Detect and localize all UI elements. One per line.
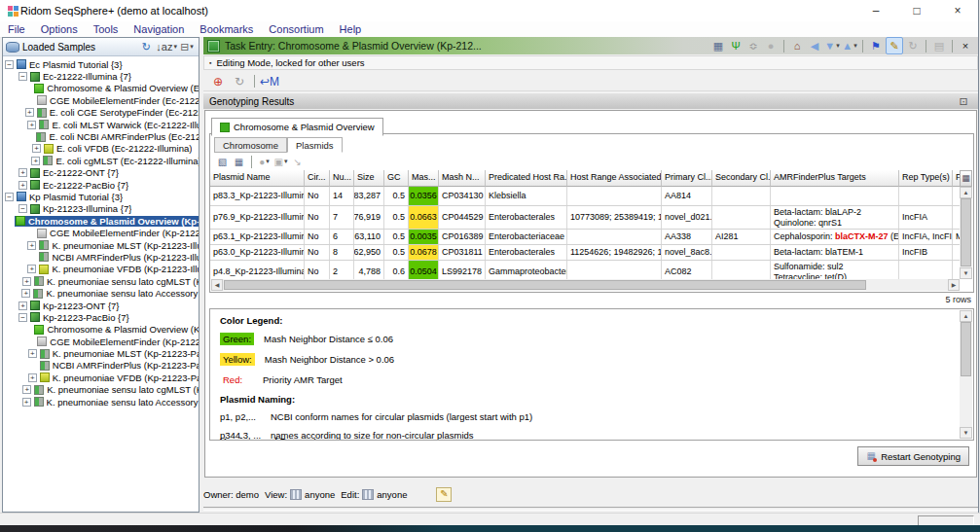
tree-item[interactable]: Chromosome & Plasmid Overview (Ec-21222-… xyxy=(3,83,199,94)
tree-expander[interactable]: + xyxy=(27,121,36,129)
tree-item[interactable]: +E. coli VFDB (Ec-21222-Illumina) xyxy=(3,143,199,155)
column-header[interactable]: Rep Type(s) xyxy=(899,170,953,187)
table-horizontal-scrollbar[interactable]: ◀ ▶ xyxy=(211,279,960,291)
scroll-thumb[interactable] xyxy=(961,198,971,266)
tree-item[interactable]: +E. coli cgMLST (Ec-21222-Illumina) xyxy=(3,155,199,166)
scroll-down-button[interactable]: ▼ xyxy=(960,267,972,279)
column-header[interactable]: Mash N... xyxy=(439,170,486,187)
tree-expander[interactable]: + xyxy=(28,349,37,358)
menu-options[interactable]: Options xyxy=(33,23,86,35)
tree-item[interactable]: NCBI AMRFinderPlus (Kp-21223-PacBio) xyxy=(3,360,199,372)
tree-item[interactable]: +Kp-21223-ONT {7} xyxy=(3,300,199,311)
column-header[interactable]: GC xyxy=(384,170,409,187)
restart-genotyping-button[interactable]: ▦ Restart Genotyping xyxy=(857,446,969,466)
menu-consortium[interactable]: Consortium xyxy=(261,23,331,35)
close-task-icon[interactable]: × xyxy=(958,38,973,53)
menu-bookmarks[interactable]: Bookmarks xyxy=(192,23,261,35)
tree-item[interactable]: +K. pneumoniae sensu lato Accessory (Kp-… xyxy=(3,287,199,299)
tree-item[interactable]: CGE MobileElementFinder (Ec-21222-Illumi… xyxy=(3,94,199,106)
scroll-up-button[interactable]: ▲ xyxy=(960,310,972,322)
tree-expander[interactable]: + xyxy=(25,108,34,117)
column-header[interactable]: AMRFinderPlus Targets xyxy=(771,170,899,187)
scroll-up-button[interactable]: ▲ xyxy=(960,187,972,198)
tree-expander[interactable]: − xyxy=(18,204,27,213)
table-vertical-scrollbar[interactable]: ▲ ▼ xyxy=(960,187,972,279)
collapse-section-icon[interactable]: ⊡ xyxy=(956,93,971,109)
refresh-samples-icon[interactable]: ↻ xyxy=(138,39,154,54)
tree-item[interactable]: −Kp-21223-PacBio {7} xyxy=(3,311,199,323)
subtab-plasmids[interactable]: Plasmids xyxy=(287,137,343,153)
tree-expander[interactable]: − xyxy=(5,60,14,69)
menu-tools[interactable]: Tools xyxy=(86,23,127,35)
collapse-all-icon[interactable]: ⊟▾ xyxy=(179,39,195,54)
tree-expander[interactable]: + xyxy=(31,157,40,165)
tree-expander[interactable]: + xyxy=(21,289,30,298)
tree-item[interactable]: CGE MobileElementFinder (Kp-21223-Illumi… xyxy=(3,227,199,238)
genotyping-results-bar[interactable]: Genotyping Results ⊡ xyxy=(203,92,978,109)
edit-mode-icon[interactable]: ✎ xyxy=(886,37,903,54)
column-header[interactable]: Nu... xyxy=(330,170,354,187)
tree-item[interactable]: CGE MobileElementFinder (Kp-21223-PacBio… xyxy=(3,336,199,347)
sequences-icon[interactable]: ≎ xyxy=(745,38,761,53)
tree-expander[interactable]: + xyxy=(27,241,36,250)
tree-item[interactable]: +E. coli MLST Warwick (Ec-21222-Illumina… xyxy=(3,119,199,130)
tree-expander[interactable]: + xyxy=(22,385,31,394)
back-icon[interactable]: ◀ xyxy=(807,38,822,53)
view-options-icon[interactable]: ●▾ xyxy=(257,155,272,169)
table-row[interactable]: p83.3_Kp-21223-IlluminaNo1483,2870.50.03… xyxy=(210,187,961,206)
target-icon[interactable]: ⊕ xyxy=(208,73,228,90)
table-row[interactable]: p63.1_Kp-21223-IlluminaNo663,1100.50.003… xyxy=(210,230,961,245)
column-header[interactable]: Secondary Cl... xyxy=(712,170,771,187)
tree-expander[interactable]: − xyxy=(18,313,27,322)
scroll-right-button[interactable]: ▶ xyxy=(948,279,960,291)
copy-table-icon[interactable]: ▦ xyxy=(232,155,246,169)
tree-item[interactable]: +K. pneumoniae sensu lato cgMLST (Kp-212… xyxy=(3,384,199,396)
column-header[interactable]: Predicated Host Ra... xyxy=(486,170,567,187)
minimize-button[interactable]: – xyxy=(855,0,896,21)
scroll-thumb[interactable] xyxy=(224,280,866,290)
recalculate-icon[interactable]: ↻ xyxy=(230,73,249,90)
tree-expander[interactable]: + xyxy=(18,168,27,177)
status-circle-icon[interactable]: ● xyxy=(763,38,779,53)
selected-tree-item[interactable]: Chromosome & Plasmid Overview (Kp-21223-… xyxy=(15,216,199,227)
menu-file[interactable]: File xyxy=(0,23,33,35)
bookmark-icon[interactable]: ⚑ xyxy=(868,38,884,53)
home-icon[interactable]: ⌂ xyxy=(789,38,805,53)
table-row[interactable]: p76.9_Kp-21223-IlluminaNo776,9190.50.066… xyxy=(210,206,961,230)
tree-item[interactable]: +K. pneumoniae MLST (Kp-21223-Illumina) xyxy=(3,239,199,251)
subtab-chromosome[interactable]: Chromosome xyxy=(214,137,287,153)
scroll-left-button[interactable]: ◀ xyxy=(211,279,223,291)
tree-item[interactable]: +K. pneumoniae VFDB (Kp-21223-PacBio) xyxy=(3,372,199,383)
tree-expander[interactable]: + xyxy=(18,181,27,190)
edit-permissions-icon[interactable]: ✎ xyxy=(436,487,452,502)
column-header[interactable]: Cir... xyxy=(305,170,330,187)
tree-item[interactable]: +E. coli CGE SerotypeFinder (Ec-21222-Il… xyxy=(3,107,199,119)
next-down-icon[interactable]: ▼▾ xyxy=(824,38,840,53)
table-row[interactable]: p4.8_Kp-21223-IlluminaNo24,7880.60.0504L… xyxy=(210,261,961,279)
next-up-icon[interactable]: ▲▾ xyxy=(842,38,857,53)
revert-icon[interactable]: ↻ xyxy=(905,38,921,53)
column-header[interactable]: Plasmid Name xyxy=(210,170,305,187)
tree-item[interactable]: +Ec-21222-PacBio {7} xyxy=(3,179,199,191)
send-to-module-icon[interactable]: ↩M xyxy=(260,73,279,90)
tree-item[interactable]: +K. pneumoniae MLST (Kp-21223-PacBio) xyxy=(3,347,199,359)
tree-item[interactable]: NCBI AMRFinderPlus (Kp-21223-Illumina) xyxy=(3,251,199,263)
menu-help[interactable]: Help xyxy=(332,23,370,35)
column-chooser-button[interactable]: ▦ xyxy=(960,170,972,187)
table-row[interactable]: p63.0_Kp-21223-IlluminaNo862,9500.50.067… xyxy=(210,245,961,261)
tree-item[interactable]: +K. pneumoniae sensu lato cgMLST (Kp-212… xyxy=(3,275,199,287)
tree-expander[interactable]: + xyxy=(27,265,36,273)
menu-navigation[interactable]: Navigation xyxy=(126,23,192,35)
tree-item[interactable]: +K. pneumoniae VFDB (Kp-21223-Illumina) xyxy=(3,264,199,275)
tree-expander[interactable]: + xyxy=(32,144,41,153)
tree-expander[interactable]: + xyxy=(22,398,31,407)
tree-expander[interactable]: − xyxy=(5,193,14,201)
export-table-icon[interactable]: ↘ xyxy=(290,155,305,169)
tree-item[interactable]: +Ec-21222-ONT {7} xyxy=(3,167,199,179)
snapshot-icon[interactable]: ▣▾ xyxy=(273,155,288,169)
tree-expander[interactable]: − xyxy=(18,72,27,81)
tree-item[interactable]: −Ec-21222-Illumina {7} xyxy=(3,70,199,82)
close-button[interactable]: × xyxy=(937,0,978,21)
tree-item[interactable]: −Kp-21223-Illumina {7} xyxy=(3,203,199,215)
tree-item[interactable]: E. coli NCBI AMRFinderPlus (Ec-21222-Ill… xyxy=(3,130,199,142)
